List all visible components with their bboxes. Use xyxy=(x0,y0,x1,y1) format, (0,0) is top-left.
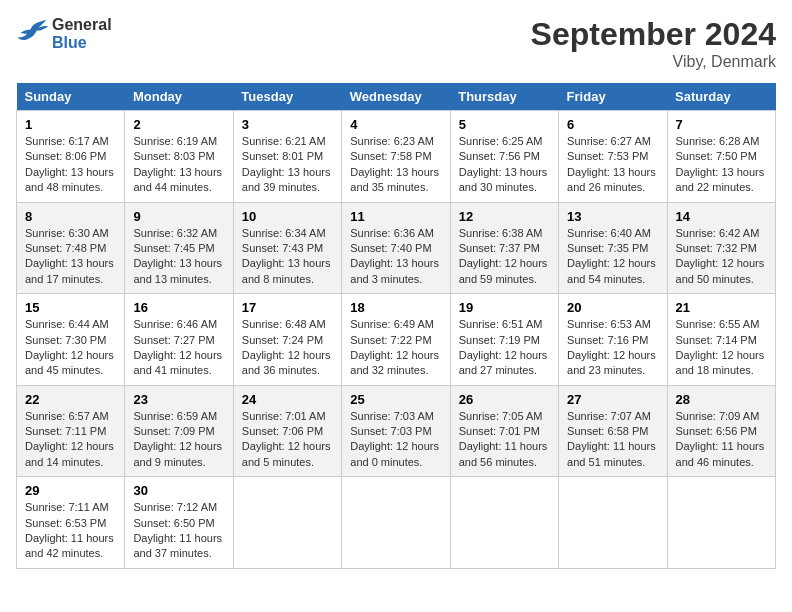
day-number: 15 xyxy=(25,300,116,315)
day-number: 8 xyxy=(25,209,116,224)
day-number: 1 xyxy=(25,117,116,132)
calendar-cell xyxy=(233,477,341,569)
logo-icon xyxy=(16,20,48,48)
weekday-header-friday: Friday xyxy=(559,83,667,111)
calendar-cell: 11Sunrise: 6:36 AMSunset: 7:40 PMDayligh… xyxy=(342,202,450,294)
calendar-table: SundayMondayTuesdayWednesdayThursdayFrid… xyxy=(16,83,776,569)
day-info: Sunrise: 6:55 AMSunset: 7:14 PMDaylight:… xyxy=(676,317,767,379)
weekday-header-saturday: Saturday xyxy=(667,83,775,111)
day-info: Sunrise: 7:07 AMSunset: 6:58 PMDaylight:… xyxy=(567,409,658,471)
calendar-cell: 5Sunrise: 6:25 AMSunset: 7:56 PMDaylight… xyxy=(450,111,558,203)
day-info: Sunrise: 6:25 AMSunset: 7:56 PMDaylight:… xyxy=(459,134,550,196)
day-number: 30 xyxy=(133,483,224,498)
day-info: Sunrise: 6:44 AMSunset: 7:30 PMDaylight:… xyxy=(25,317,116,379)
weekday-header-wednesday: Wednesday xyxy=(342,83,450,111)
day-number: 14 xyxy=(676,209,767,224)
calendar-cell: 9Sunrise: 6:32 AMSunset: 7:45 PMDaylight… xyxy=(125,202,233,294)
calendar-cell: 23Sunrise: 6:59 AMSunset: 7:09 PMDayligh… xyxy=(125,385,233,477)
day-info: Sunrise: 6:30 AMSunset: 7:48 PMDaylight:… xyxy=(25,226,116,288)
calendar-cell: 19Sunrise: 6:51 AMSunset: 7:19 PMDayligh… xyxy=(450,294,558,386)
weekday-header-thursday: Thursday xyxy=(450,83,558,111)
calendar-cell: 25Sunrise: 7:03 AMSunset: 7:03 PMDayligh… xyxy=(342,385,450,477)
calendar-week-row: 15Sunrise: 6:44 AMSunset: 7:30 PMDayligh… xyxy=(17,294,776,386)
day-info: Sunrise: 6:28 AMSunset: 7:50 PMDaylight:… xyxy=(676,134,767,196)
calendar-cell xyxy=(342,477,450,569)
day-number: 3 xyxy=(242,117,333,132)
calendar-cell: 4Sunrise: 6:23 AMSunset: 7:58 PMDaylight… xyxy=(342,111,450,203)
day-number: 16 xyxy=(133,300,224,315)
day-info: Sunrise: 6:21 AMSunset: 8:01 PMDaylight:… xyxy=(242,134,333,196)
day-info: Sunrise: 6:27 AMSunset: 7:53 PMDaylight:… xyxy=(567,134,658,196)
day-info: Sunrise: 6:40 AMSunset: 7:35 PMDaylight:… xyxy=(567,226,658,288)
day-number: 28 xyxy=(676,392,767,407)
calendar-cell xyxy=(559,477,667,569)
calendar-week-row: 22Sunrise: 6:57 AMSunset: 7:11 PMDayligh… xyxy=(17,385,776,477)
day-info: Sunrise: 7:05 AMSunset: 7:01 PMDaylight:… xyxy=(459,409,550,471)
location: Viby, Denmark xyxy=(531,53,776,71)
day-number: 4 xyxy=(350,117,441,132)
day-info: Sunrise: 6:48 AMSunset: 7:24 PMDaylight:… xyxy=(242,317,333,379)
calendar-cell: 21Sunrise: 6:55 AMSunset: 7:14 PMDayligh… xyxy=(667,294,775,386)
calendar-cell: 16Sunrise: 6:46 AMSunset: 7:27 PMDayligh… xyxy=(125,294,233,386)
day-number: 11 xyxy=(350,209,441,224)
calendar-cell xyxy=(450,477,558,569)
calendar-cell: 30Sunrise: 7:12 AMSunset: 6:50 PMDayligh… xyxy=(125,477,233,569)
calendar-week-row: 29Sunrise: 7:11 AMSunset: 6:53 PMDayligh… xyxy=(17,477,776,569)
day-info: Sunrise: 6:46 AMSunset: 7:27 PMDaylight:… xyxy=(133,317,224,379)
page-header: General Blue September 2024 Viby, Denmar… xyxy=(16,16,776,71)
day-info: Sunrise: 6:57 AMSunset: 7:11 PMDaylight:… xyxy=(25,409,116,471)
day-info: Sunrise: 6:32 AMSunset: 7:45 PMDaylight:… xyxy=(133,226,224,288)
calendar-cell: 7Sunrise: 6:28 AMSunset: 7:50 PMDaylight… xyxy=(667,111,775,203)
day-info: Sunrise: 7:09 AMSunset: 6:56 PMDaylight:… xyxy=(676,409,767,471)
day-number: 21 xyxy=(676,300,767,315)
day-number: 22 xyxy=(25,392,116,407)
day-number: 6 xyxy=(567,117,658,132)
weekday-header-row: SundayMondayTuesdayWednesdayThursdayFrid… xyxy=(17,83,776,111)
calendar-cell xyxy=(667,477,775,569)
day-info: Sunrise: 6:59 AMSunset: 7:09 PMDaylight:… xyxy=(133,409,224,471)
title-block: September 2024 Viby, Denmark xyxy=(531,16,776,71)
calendar-cell: 27Sunrise: 7:07 AMSunset: 6:58 PMDayligh… xyxy=(559,385,667,477)
day-number: 23 xyxy=(133,392,224,407)
calendar-cell: 28Sunrise: 7:09 AMSunset: 6:56 PMDayligh… xyxy=(667,385,775,477)
day-number: 25 xyxy=(350,392,441,407)
day-info: Sunrise: 6:17 AMSunset: 8:06 PMDaylight:… xyxy=(25,134,116,196)
calendar-week-row: 1Sunrise: 6:17 AMSunset: 8:06 PMDaylight… xyxy=(17,111,776,203)
day-number: 5 xyxy=(459,117,550,132)
weekday-header-sunday: Sunday xyxy=(17,83,125,111)
day-info: Sunrise: 7:11 AMSunset: 6:53 PMDaylight:… xyxy=(25,500,116,562)
calendar-cell: 24Sunrise: 7:01 AMSunset: 7:06 PMDayligh… xyxy=(233,385,341,477)
day-number: 27 xyxy=(567,392,658,407)
calendar-cell: 15Sunrise: 6:44 AMSunset: 7:30 PMDayligh… xyxy=(17,294,125,386)
calendar-cell: 13Sunrise: 6:40 AMSunset: 7:35 PMDayligh… xyxy=(559,202,667,294)
calendar-cell: 22Sunrise: 6:57 AMSunset: 7:11 PMDayligh… xyxy=(17,385,125,477)
day-number: 29 xyxy=(25,483,116,498)
day-info: Sunrise: 6:51 AMSunset: 7:19 PMDaylight:… xyxy=(459,317,550,379)
calendar-week-row: 8Sunrise: 6:30 AMSunset: 7:48 PMDaylight… xyxy=(17,202,776,294)
day-number: 9 xyxy=(133,209,224,224)
day-number: 2 xyxy=(133,117,224,132)
day-info: Sunrise: 6:23 AMSunset: 7:58 PMDaylight:… xyxy=(350,134,441,196)
calendar-cell: 29Sunrise: 7:11 AMSunset: 6:53 PMDayligh… xyxy=(17,477,125,569)
month-title: September 2024 xyxy=(531,16,776,53)
day-number: 24 xyxy=(242,392,333,407)
calendar-cell: 12Sunrise: 6:38 AMSunset: 7:37 PMDayligh… xyxy=(450,202,558,294)
day-info: Sunrise: 7:12 AMSunset: 6:50 PMDaylight:… xyxy=(133,500,224,562)
day-number: 19 xyxy=(459,300,550,315)
day-number: 18 xyxy=(350,300,441,315)
day-info: Sunrise: 6:34 AMSunset: 7:43 PMDaylight:… xyxy=(242,226,333,288)
day-info: Sunrise: 7:03 AMSunset: 7:03 PMDaylight:… xyxy=(350,409,441,471)
calendar-cell: 20Sunrise: 6:53 AMSunset: 7:16 PMDayligh… xyxy=(559,294,667,386)
calendar-cell: 1Sunrise: 6:17 AMSunset: 8:06 PMDaylight… xyxy=(17,111,125,203)
day-number: 17 xyxy=(242,300,333,315)
logo-text: General Blue xyxy=(52,16,112,52)
day-number: 20 xyxy=(567,300,658,315)
day-info: Sunrise: 6:19 AMSunset: 8:03 PMDaylight:… xyxy=(133,134,224,196)
day-number: 12 xyxy=(459,209,550,224)
weekday-header-monday: Monday xyxy=(125,83,233,111)
day-info: Sunrise: 6:42 AMSunset: 7:32 PMDaylight:… xyxy=(676,226,767,288)
day-number: 10 xyxy=(242,209,333,224)
day-info: Sunrise: 6:49 AMSunset: 7:22 PMDaylight:… xyxy=(350,317,441,379)
calendar-cell: 6Sunrise: 6:27 AMSunset: 7:53 PMDaylight… xyxy=(559,111,667,203)
day-number: 26 xyxy=(459,392,550,407)
